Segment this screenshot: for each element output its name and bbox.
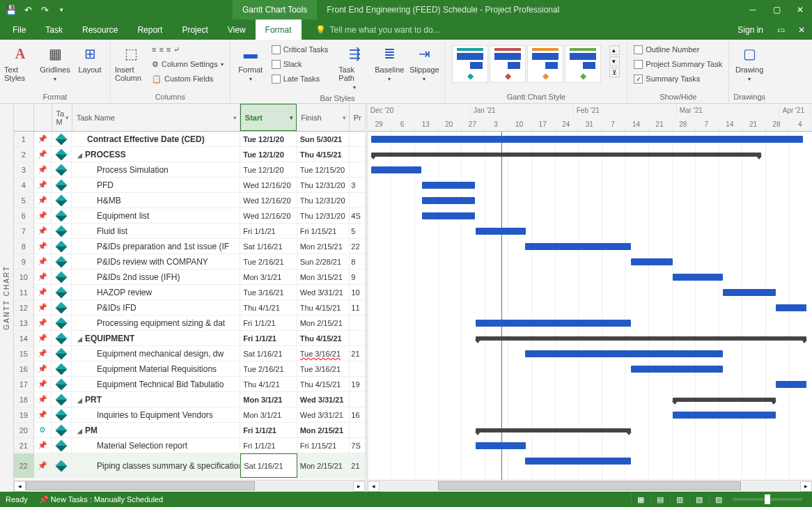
align-center-icon[interactable]: ≡ <box>159 45 163 54</box>
task-bar[interactable] <box>371 166 421 173</box>
view-resource-sheet-icon[interactable]: ▧ <box>689 492 708 506</box>
task-bar[interactable] <box>422 197 475 204</box>
task-name-cell[interactable]: H&MB <box>72 193 240 208</box>
table-row[interactable]: 16📌Equipment Material RequisitionsTue 2/… <box>14 361 365 377</box>
insert-column-button[interactable]: ⬚Insert Column <box>115 42 147 82</box>
scroll-track[interactable] <box>26 481 353 492</box>
predecessors-cell[interactable]: 7S <box>350 438 364 453</box>
predecessors-cell[interactable]: 5 <box>350 224 364 238</box>
row-number[interactable]: 12 <box>14 300 34 315</box>
table-row[interactable]: 10📌P&IDs 2nd issue (IFH)Mon 3/1/21Mon 3/… <box>14 270 365 285</box>
start-cell[interactable]: Sat 1/16/21 <box>240 346 297 361</box>
task-name-cell[interactable]: P&IDs IFD <box>72 300 240 315</box>
start-cell[interactable]: Sat 1/16/21 <box>240 453 297 478</box>
task-mode-cell[interactable] <box>52 331 72 345</box>
task-name-cell[interactable]: Equipment list <box>72 208 240 223</box>
style-option-2[interactable]: ◆ <box>490 45 526 83</box>
chart-horizontal-scrollbar[interactable]: ◂ ▸ <box>368 480 812 492</box>
style-option-3[interactable]: ◆ <box>527 45 563 83</box>
task-name-cell[interactable]: Equipment Material Requisitions <box>72 361 240 376</box>
table-row[interactable]: 18📌◢PRTMon 3/1/21Wed 3/31/21 <box>14 392 365 407</box>
summary-bar[interactable] <box>371 153 761 157</box>
finish-cell[interactable]: Fri 1/15/21 <box>297 438 350 453</box>
scroll-right-icon[interactable]: ▸ <box>800 481 812 492</box>
predecessors-cell[interactable] <box>350 423 364 437</box>
table-row[interactable]: 9📌P&IDs review with COMPANYTue 2/16/21Su… <box>14 254 365 270</box>
row-number[interactable]: 13 <box>14 315 34 330</box>
row-number[interactable]: 10 <box>14 270 34 284</box>
row-number[interactable]: 2 <box>14 147 34 162</box>
task-mode-cell[interactable] <box>52 346 72 361</box>
summary-bar[interactable] <box>673 398 776 402</box>
start-cell[interactable]: Fri 1/1/21 <box>240 224 297 238</box>
finish-cell[interactable]: Thu 12/31/20 <box>297 208 350 223</box>
task-name-cell[interactable]: ◢PRT <box>72 392 240 407</box>
late-tasks-checkbox[interactable]: Late Tasks <box>270 72 331 86</box>
start-cell[interactable]: Fri 1/1/21 <box>240 438 297 453</box>
task-mode-cell[interactable] <box>52 300 72 315</box>
predecessors-cell[interactable] <box>350 315 364 330</box>
table-row[interactable]: 15📌Equipment mechanical design, dwSat 1/… <box>14 346 365 361</box>
header-indicators[interactable] <box>34 104 52 131</box>
task-mode-cell[interactable] <box>52 132 72 146</box>
table-row[interactable]: 7📌Fluid listFri 1/1/21Fri 1/15/215 <box>14 224 365 239</box>
summary-bar[interactable] <box>476 428 631 432</box>
task-mode-cell[interactable] <box>52 178 72 192</box>
row-number[interactable]: 17 <box>14 377 34 391</box>
task-name-cell[interactable]: Contract Effective Date (CED) <box>72 132 240 146</box>
header-rownum[interactable] <box>14 104 34 131</box>
start-cell[interactable]: Thu 4/1/21 <box>240 377 297 391</box>
task-name-cell[interactable]: ◢PM <box>72 423 240 437</box>
row-number[interactable]: 19 <box>14 407 34 422</box>
table-row[interactable]: 6📌Equipment listWed 12/16/20Thu 12/31/20… <box>14 208 365 224</box>
predecessors-cell[interactable] <box>350 162 364 177</box>
table-row[interactable]: 8📌P&IDs preparation and 1st issue (IFSat… <box>14 239 365 254</box>
gantt-style-gallery[interactable]: ◆ ◆ ◆ ◆ <box>449 42 604 86</box>
finish-cell[interactable]: Sun 5/30/21 <box>297 132 350 146</box>
custom-fields-button[interactable]: 📋Custom Fields <box>150 72 226 86</box>
summary-bar[interactable] <box>476 336 806 341</box>
task-bar[interactable] <box>631 258 673 265</box>
task-bar[interactable] <box>525 243 631 250</box>
qat-customize-icon[interactable]: ▾ <box>53 1 70 18</box>
gallery-down-icon[interactable]: ▾ <box>609 56 620 66</box>
scroll-thumb[interactable] <box>438 481 741 490</box>
start-cell[interactable]: Mon 3/1/21 <box>240 407 297 422</box>
timescale[interactable]: Dec '20Jan '21Feb '21Mar '21Apr '21 2961… <box>368 104 812 132</box>
start-cell[interactable]: Tue 12/1/20 <box>240 162 297 177</box>
start-cell[interactable]: Mon 3/1/21 <box>240 270 297 284</box>
row-number[interactable]: 11 <box>14 285 34 299</box>
finish-cell[interactable]: Thu 4/15/21 <box>297 331 350 345</box>
finish-cell[interactable]: Thu 4/15/21 <box>297 377 350 391</box>
table-row[interactable]: 21📌Material Selection reportFri 1/1/21Fr… <box>14 438 365 453</box>
predecessors-cell[interactable] <box>350 132 364 146</box>
task-bar[interactable] <box>422 182 475 189</box>
scroll-left-icon[interactable]: ◂ <box>368 481 380 492</box>
task-mode-cell[interactable] <box>52 254 72 269</box>
finish-cell[interactable]: Wed 3/31/21 <box>297 407 350 422</box>
row-number[interactable]: 8 <box>14 239 34 254</box>
row-number[interactable]: 18 <box>14 392 34 407</box>
predecessors-cell[interactable] <box>350 193 364 208</box>
row-number[interactable]: 22 <box>14 453 34 478</box>
collapse-caret-icon[interactable]: ◢ <box>77 336 82 343</box>
scroll-track[interactable] <box>380 481 800 492</box>
start-cell[interactable]: Tue 3/16/21 <box>240 285 297 299</box>
start-cell[interactable]: Tue 2/16/21 <box>240 254 297 269</box>
task-mode-cell[interactable] <box>52 423 72 437</box>
task-mode-cell[interactable] <box>52 285 72 299</box>
task-mode-cell[interactable] <box>52 224 72 238</box>
task-name-cell[interactable]: Equipment mechanical design, dw <box>72 346 240 361</box>
task-mode-cell[interactable] <box>52 377 72 391</box>
row-number[interactable]: 9 <box>14 254 34 269</box>
finish-cell[interactable]: Mon 2/15/21 <box>297 453 350 478</box>
finish-cell[interactable]: Thu 12/31/20 <box>297 193 350 208</box>
gallery-more-icon[interactable]: ⊻ <box>609 68 620 77</box>
gantt-chart-vertical-label[interactable]: GANTT CHART <box>0 104 14 492</box>
row-number[interactable]: 14 <box>14 331 34 345</box>
finish-cell[interactable]: Sun 2/28/21 <box>297 254 350 269</box>
row-number[interactable]: 7 <box>14 224 34 238</box>
text-styles-button[interactable]: AText Styles <box>4 42 36 82</box>
table-row[interactable]: 5📌H&MBWed 12/16/20Thu 12/31/20 <box>14 193 365 208</box>
zoom-slider[interactable] <box>733 498 802 501</box>
